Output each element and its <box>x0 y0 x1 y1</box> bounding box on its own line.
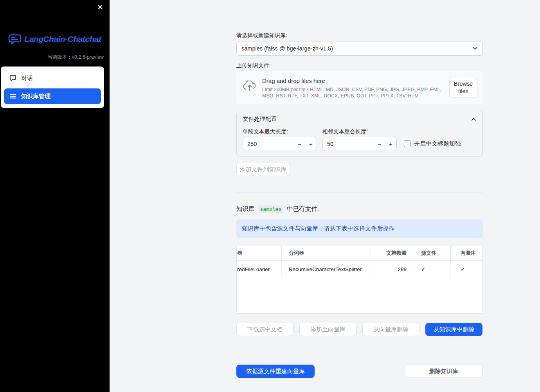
delete-from-kb-button[interactable]: 从知识库中删除 <box>425 323 482 336</box>
cell-splitter: RecursiveCharacterTextSplitter <box>282 261 371 278</box>
chat-bubble-icon <box>9 75 16 82</box>
delete-from-vector-store-button[interactable]: 从向量库删除 <box>362 323 419 336</box>
checkbox-icon <box>404 140 410 147</box>
divider <box>236 192 483 192</box>
existing-files-suffix: 中已有文件: <box>287 205 319 213</box>
max-length-value: 250 <box>243 141 294 147</box>
kb-select-label: 请选择或新建知识库: <box>236 32 287 39</box>
table-header-doc-count[interactable]: 文档数量 <box>371 246 410 260</box>
file-actions-row: 下载选中文档 添加至向量库 从向量库删除 从知识库中删除 <box>236 323 483 336</box>
table-header-source-file[interactable]: 源文件 <box>410 246 451 260</box>
table-header-splitter[interactable]: 分词器 <box>282 246 371 260</box>
table-row[interactable]: redFileLoader RecursiveCharacterTextSpli… <box>237 261 482 278</box>
kb-name-code: samples <box>258 205 284 213</box>
sidebar: ✕ LangChain-Chatchat 当前版本：v0.2.6-preview <box>0 0 110 392</box>
chevron-down-icon <box>472 47 478 50</box>
kb-select[interactable]: samples (faiss @ bge-large-zh-v1.5) <box>236 41 483 56</box>
dropzone-limit-text: Limit 200MB per file • HTML, MD, JSON, C… <box>262 86 449 99</box>
sidebar-item-chat[interactable]: 对话 <box>4 70 101 86</box>
logo-chat-icon <box>8 34 22 45</box>
main-content: 请选择或新建知识库: samples (faiss @ bge-large-zh… <box>236 0 483 392</box>
info-banner-text: 知识库中包含源文件与向量库，请从下表中选择文件后操作 <box>242 225 394 232</box>
browse-files-button[interactable]: Browse files <box>449 78 477 97</box>
decrement-button[interactable]: − <box>374 137 385 151</box>
zh-title-enhance-checkbox[interactable]: 开启中文标题加强 <box>404 140 461 147</box>
info-banner: 知识库中包含源文件与向量库，请从下表中选择文件后操作 <box>236 219 483 238</box>
max-length-label: 单段文本最大长度: <box>243 128 288 135</box>
list-icon <box>9 93 16 100</box>
kb-select-value: samples (faiss @ bge-large-zh-v1.5) <box>241 45 333 52</box>
sidebar-close-button[interactable]: ✕ <box>95 2 106 13</box>
divider <box>236 351 483 351</box>
sidebar-item-label: 知识库管理 <box>21 93 50 100</box>
cell-doc-count: 299 <box>371 261 410 278</box>
increment-button[interactable]: + <box>305 137 317 151</box>
add-files-button[interactable]: 添加文件到知识库 <box>236 163 290 176</box>
rebuild-vector-store-button[interactable]: 依据源文件重建向量库 <box>236 365 315 378</box>
existing-files-prefix: 知识库 <box>236 205 255 213</box>
file-config-expander: 文件处理配置 单段文本最大长度: 相邻文本重合长度: 250 − + 50 − … <box>236 111 483 156</box>
expander-header[interactable]: 文件处理配置 <box>237 111 482 123</box>
app-logo: LangChain-Chatchat <box>0 34 110 45</box>
existing-files-heading: 知识库 samples 中已有文件: <box>236 205 319 213</box>
dropzone-instructions: Drag and drop files here <box>262 77 449 84</box>
overlap-length-input[interactable]: 50 − + <box>322 137 397 151</box>
decrement-button[interactable]: − <box>294 137 305 151</box>
expander-title: 文件处理配置 <box>243 115 277 123</box>
file-dropzone[interactable]: Drag and drop files here Limit 200MB per… <box>236 71 483 104</box>
table-header-loader[interactable]: 器 <box>237 246 282 260</box>
overlap-length-label: 相邻文本重合长度: <box>322 128 368 135</box>
checkbox-label: 开启中文标题加强 <box>414 140 461 147</box>
dropzone-text: Drag and drop files here Limit 200MB per… <box>262 77 449 99</box>
sidebar-item-kb-management[interactable]: 知识库管理 <box>4 88 101 104</box>
table-header-row: 器 分词器 文档数量 源文件 向量库 <box>237 246 482 261</box>
increment-button[interactable]: + <box>385 137 396 151</box>
cell-loader: redFileLoader <box>237 261 282 278</box>
add-to-vector-store-button[interactable]: 添加至向量库 <box>299 323 356 336</box>
overlap-length-value: 50 <box>323 141 374 147</box>
cloud-upload-icon <box>243 81 257 91</box>
max-length-input[interactable]: 250 − + <box>243 137 317 151</box>
logo-text: LangChain-Chatchat <box>24 34 101 44</box>
version-label: 当前版本：v0.2.6-preview <box>47 54 104 61</box>
cell-source-file-check: ✓ <box>410 261 451 278</box>
table-header-vector-store[interactable]: 向量库 <box>451 246 482 260</box>
sidebar-nav: 对话 知识库管理 <box>1 67 104 108</box>
sidebar-item-label: 对话 <box>21 75 33 82</box>
upload-label: 上传知识文件: <box>236 62 271 69</box>
kb-files-table: 器 分词器 文档数量 源文件 向量库 redFileLoader Recursi… <box>236 246 483 314</box>
download-selected-button[interactable]: 下载选中文档 <box>236 323 293 336</box>
chevron-up-icon <box>471 118 476 121</box>
delete-kb-button[interactable]: 删除知识库 <box>405 365 483 378</box>
cell-vector-store-check: ✓ <box>451 261 482 278</box>
